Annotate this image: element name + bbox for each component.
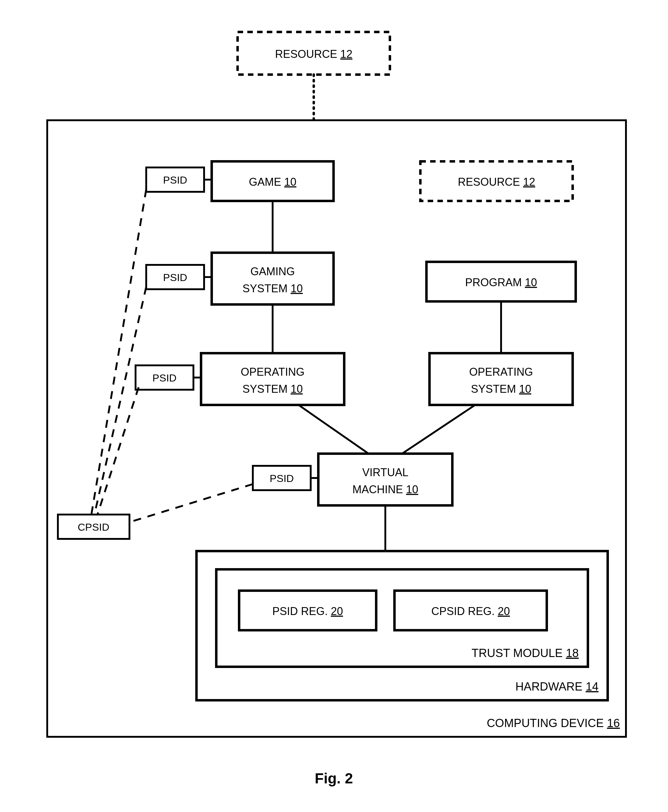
vm-box xyxy=(318,454,453,505)
game-label: GAME 10 xyxy=(249,176,296,188)
cpsid-reg-label: CPSID REG. 20 xyxy=(431,605,510,617)
dash-gaming-psid-cpsid xyxy=(94,287,146,515)
dash-osleft-psid-cpsid xyxy=(97,387,139,515)
trust-module-label: TRUST MODULE 18 xyxy=(471,647,579,659)
dash-vm-psid-cpsid xyxy=(129,484,253,522)
os-left-line2: SYSTEM 10 xyxy=(242,383,303,395)
conn-osright-vm xyxy=(402,405,475,454)
game-psid-label: PSID xyxy=(163,174,187,186)
vm-line1: VIRTUAL xyxy=(362,466,408,479)
gaming-system-line2: SYSTEM 10 xyxy=(242,282,303,295)
gaming-system-psid-label: PSID xyxy=(163,272,187,283)
gaming-system-box xyxy=(212,253,334,305)
figure-label: Fig. 2 xyxy=(315,770,353,787)
hardware-label: HARDWARE 14 xyxy=(515,680,599,693)
os-left-line1: OPERATING xyxy=(240,366,304,378)
gaming-system-line1: GAMING xyxy=(250,265,295,278)
conn-osleft-vm xyxy=(299,405,369,454)
os-right-line2: SYSTEM 10 xyxy=(471,383,531,395)
os-right-box xyxy=(429,353,573,405)
vm-psid-label: PSID xyxy=(270,472,294,484)
vm-line2: MACHINE 10 xyxy=(352,483,418,496)
os-left-box xyxy=(201,353,344,405)
psid-reg-label: PSID REG. 20 xyxy=(272,605,343,617)
resource-external-label: RESOURCE 12 xyxy=(275,48,352,60)
cpsid-label: CPSID xyxy=(78,521,109,533)
computing-device-label: COMPUTING DEVICE 16 xyxy=(487,717,620,729)
program-label: PROGRAM 10 xyxy=(465,276,537,288)
diagram-fig-2: RESOURCE 12 RESOURCE 12 GAME 10 PSID GAM… xyxy=(0,0,668,812)
os-left-psid-label: PSID xyxy=(152,372,176,383)
os-right-line1: OPERATING xyxy=(469,366,533,378)
dash-game-psid-cpsid xyxy=(91,189,146,515)
resource-internal-label: RESOURCE 12 xyxy=(458,176,535,188)
